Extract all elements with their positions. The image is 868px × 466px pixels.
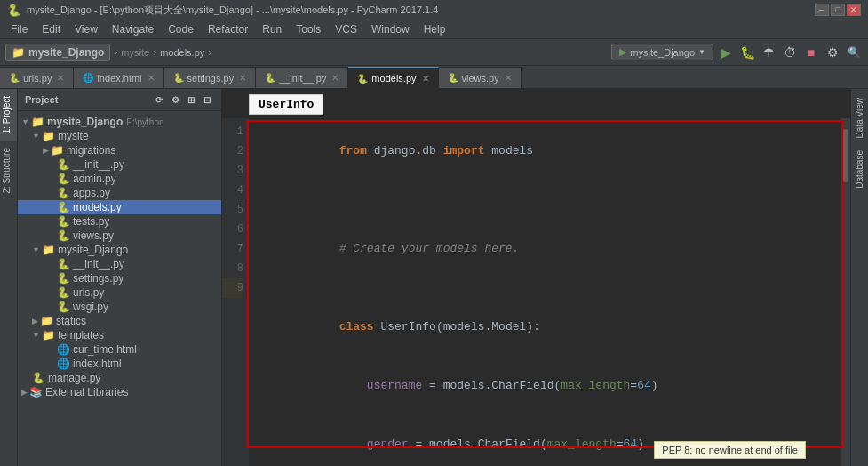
coverage-button[interactable]: ☂	[760, 44, 777, 61]
class-label: UserInfo	[249, 94, 323, 115]
tree-item-manage[interactable]: 🐍 manage.py	[18, 371, 221, 385]
project-selector[interactable]: 📁 mysite_Django	[5, 44, 110, 61]
tree-item-views[interactable]: 🐍 views.py	[18, 229, 221, 243]
tab-settings-py[interactable]: 🐍 settings.py ✕	[164, 67, 257, 88]
sync-icon[interactable]: ⟳	[152, 92, 166, 107]
line-numbers: 1 2 3 4 5 6 7 8 9	[222, 118, 249, 466]
tree-item-admin[interactable]: 🐍 admin.py	[18, 172, 221, 186]
settings-button[interactable]: ⚙	[824, 44, 841, 61]
profile-button[interactable]: ⏱	[781, 44, 799, 61]
tab-close-icon[interactable]: ✕	[147, 73, 155, 83]
menu-refactor[interactable]: Refactor	[201, 21, 255, 37]
close-button[interactable]: ✕	[847, 4, 861, 16]
tree-item-cur-time[interactable]: 🌐 cur_time.html	[18, 342, 221, 357]
tab-close-icon[interactable]: ✕	[331, 73, 338, 83]
folder-icon: 📁	[42, 130, 55, 142]
minimize-button[interactable]: ─	[815, 4, 829, 16]
py-file-icon: 🐍	[57, 229, 70, 242]
tree-item-templates[interactable]: ▼ 📁 templates	[18, 328, 221, 342]
title-bar: 🐍 mysite_Django - [E:\python项目大全\mysite_…	[0, 0, 868, 20]
menu-navigate[interactable]: Navigate	[105, 21, 161, 37]
expand-arrow-icon: ▶	[21, 388, 28, 397]
stop-button[interactable]: ■	[802, 44, 820, 61]
menu-edit[interactable]: Edit	[35, 21, 68, 37]
tree-item-mysite-django[interactable]: ▼ 📁 mysite_Django	[18, 243, 221, 257]
tree-item-statics[interactable]: ▶ 📁 statics	[18, 314, 221, 328]
run-config-icon: ▶	[619, 46, 626, 58]
left-tab-structure[interactable]: 2: Structure	[0, 141, 17, 201]
scrollbar-thumb[interactable]	[843, 129, 848, 182]
expand-arrow-icon: ▼	[21, 117, 29, 126]
breadcrumb-mysite[interactable]: mysite	[121, 47, 149, 58]
tree-item-apps[interactable]: 🐍 apps.py	[18, 186, 221, 200]
tree-label: mysite	[58, 130, 89, 142]
collapse-icon[interactable]: ⊟	[200, 92, 214, 107]
menu-tools[interactable]: Tools	[289, 21, 328, 37]
tab-close-icon[interactable]: ✕	[239, 73, 246, 83]
menu-bar: File Edit View Navigate Code Refactor Ru…	[0, 20, 868, 39]
tree-item-settings[interactable]: 🐍 settings.py	[18, 271, 221, 285]
folder-icon: 📁	[42, 329, 55, 341]
tab-close-icon[interactable]: ✕	[505, 73, 512, 83]
breadcrumb-models[interactable]: models.py	[160, 47, 204, 58]
gear-icon[interactable]: ⚙	[168, 92, 182, 107]
menu-run[interactable]: Run	[255, 21, 289, 37]
class-breadcrumb: UserInfo	[222, 89, 850, 118]
menu-help[interactable]: Help	[417, 21, 453, 37]
tab-close-icon[interactable]: ✕	[57, 73, 64, 83]
line-num: 9	[222, 278, 243, 298]
tree-item-mysite[interactable]: ▼ 📁 mysite	[18, 129, 221, 143]
tree-item-root[interactable]: ▼ 📁 mysite_Django E:\python	[18, 115, 221, 129]
tree-item-ext-libs[interactable]: ▶ 📚 External Libraries	[18, 385, 221, 399]
tab-urls-py[interactable]: 🐍 urls.py ✕	[0, 67, 74, 88]
tab-init-py[interactable]: 🐍 __init__.py ✕	[256, 67, 348, 88]
tab-icon: 🐍	[357, 74, 368, 84]
layout-icon[interactable]: ⊞	[184, 92, 198, 107]
tab-views-py[interactable]: 🐍 views.py ✕	[439, 67, 522, 88]
tab-models-py[interactable]: 🐍 models.py ✕	[348, 67, 438, 88]
code-text[interactable]: from django.db import models # Create yo…	[249, 118, 841, 466]
tree-item-urls[interactable]: 🐍 urls.py	[18, 285, 221, 300]
right-tab-database[interactable]: Database	[853, 145, 866, 194]
pep-hint-text: PEP 8: no newline at end of file	[662, 445, 798, 455]
debug-button[interactable]: 🐛	[738, 44, 756, 61]
tree-item-init[interactable]: 🐍 __init__.py	[18, 157, 221, 172]
code-line-7: username = models.CharField(max_length=6…	[256, 357, 834, 415]
tree-item-tests[interactable]: 🐍 tests.py	[18, 214, 221, 229]
tab-index-html[interactable]: 🌐 index.html ✕	[74, 67, 163, 88]
run-button[interactable]: ▶	[717, 44, 735, 61]
code-editor[interactable]: 1 2 3 4 5 6 7 8 9 from django.db import …	[222, 118, 850, 466]
left-tab-project[interactable]: 1: Project	[0, 89, 17, 141]
run-configuration[interactable]: ▶ mysite_Django ▼	[611, 44, 713, 60]
tab-label: views.py	[462, 73, 499, 84]
sidebar-title: Project	[25, 94, 58, 105]
menu-window[interactable]: Window	[364, 21, 417, 37]
tree-item-index-html[interactable]: 🌐 index.html	[18, 357, 221, 371]
vertical-scrollbar[interactable]	[841, 118, 850, 466]
tree-item-wsgi[interactable]: 🐍 wsgi.py	[18, 300, 221, 314]
tab-close-icon[interactable]: ✕	[422, 74, 429, 84]
tree-label: apps.py	[73, 187, 110, 199]
tree-item-migrations[interactable]: ▶ 📁 migrations	[18, 143, 221, 157]
tree-item-models[interactable]: 🐍 models.py	[18, 200, 221, 214]
tab-label: models.py	[371, 73, 416, 84]
menu-view[interactable]: View	[68, 21, 105, 37]
run-config-name: mysite_Django	[630, 47, 695, 58]
menu-file[interactable]: File	[4, 21, 35, 37]
project-label: mysite_Django	[28, 46, 104, 59]
code-line-2	[256, 181, 834, 200]
menu-vcs[interactable]: VCS	[328, 21, 364, 37]
maximize-button[interactable]: □	[831, 4, 845, 16]
right-tab-data-view[interactable]: Data View	[853, 92, 866, 143]
tab-icon: 🐍	[9, 73, 20, 83]
breadcrumb-separator1: ›	[114, 46, 117, 59]
py-file-icon: 🐍	[57, 272, 70, 285]
py-file-icon: 🐍	[57, 215, 70, 228]
tree-item-init2[interactable]: 🐍 __init__.py	[18, 257, 221, 271]
search-everywhere-button[interactable]: 🔍	[845, 44, 863, 61]
py-file-icon: 🐍	[57, 301, 70, 313]
code-line-6: class UserInfo(models.Model):	[256, 298, 834, 357]
line-num: 4	[222, 181, 243, 200]
menu-code[interactable]: Code	[161, 21, 201, 37]
tree-label: mysite_Django	[58, 244, 128, 256]
